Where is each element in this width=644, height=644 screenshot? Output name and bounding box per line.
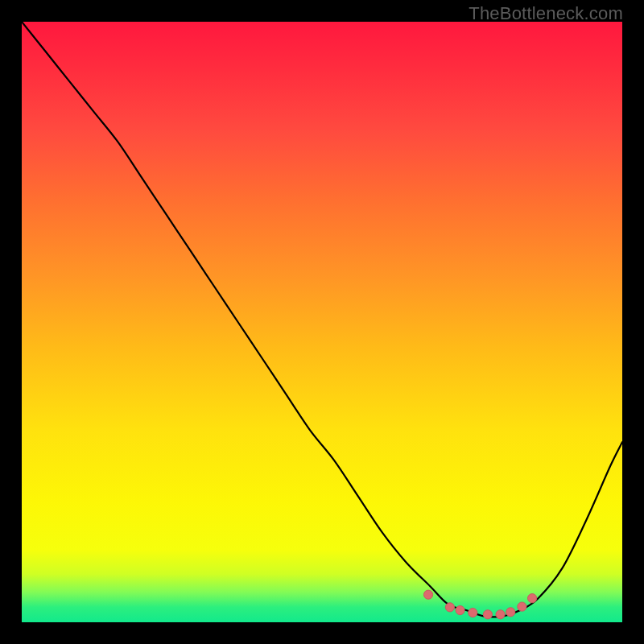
curve-layer — [22, 22, 622, 622]
chart-frame: TheBottleneck.com — [0, 0, 644, 644]
optimum-dot — [445, 603, 454, 612]
optimum-dot — [518, 602, 526, 611]
optimum-dot — [496, 610, 505, 619]
watermark-text: TheBottleneck.com — [469, 3, 623, 24]
optimum-dot — [483, 610, 492, 619]
optimum-dot — [456, 605, 464, 614]
optimum-dot — [506, 608, 515, 617]
bottleneck-curve-path — [22, 22, 622, 617]
optimum-dot — [469, 608, 477, 617]
optimum-dot — [528, 594, 537, 603]
plot-area — [22, 22, 622, 622]
optimum-dot — [423, 590, 432, 599]
